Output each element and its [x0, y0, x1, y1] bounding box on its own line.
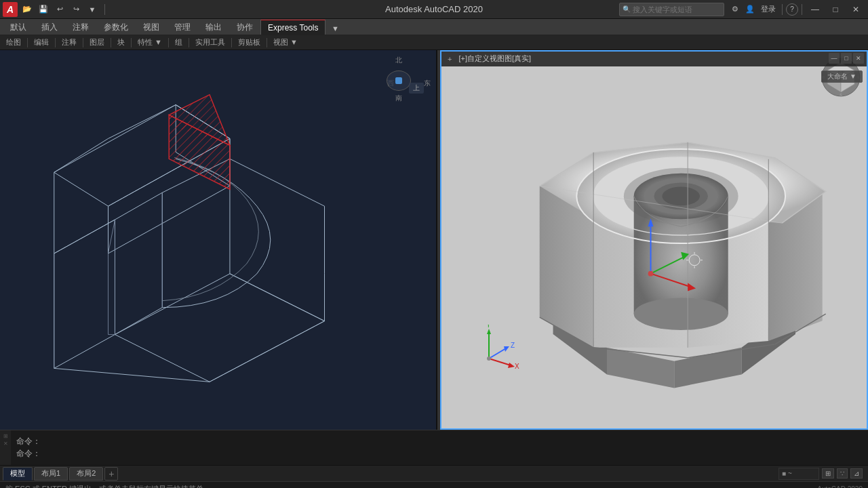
- cmd-icon[interactable]: ⊞: [3, 433, 8, 439]
- right-viewport-header: + [+]自定义视图图[真实] — □ ✕: [441, 52, 867, 66]
- compass-south: 南: [395, 94, 402, 103]
- svg-point-50: [662, 187, 700, 206]
- vp-close[interactable]: ✕: [853, 53, 864, 64]
- svg-line-28: [108, 220, 115, 253]
- search-input[interactable]: [633, 5, 721, 14]
- tab-insert[interactable]: 插入: [34, 20, 65, 35]
- cmd-close-icon[interactable]: ✕: [3, 441, 8, 447]
- viewport-name-button[interactable]: 大命名 ▼: [821, 70, 863, 83]
- account-icon[interactable]: 👤: [743, 3, 757, 16]
- tab-add-button[interactable]: +: [104, 467, 118, 481]
- left-viewport[interactable]: 北 南 东 西 上: [0, 50, 437, 430]
- vp-menu-plus[interactable]: +: [446, 54, 454, 64]
- cmd-line-1: 命令：: [16, 436, 863, 448]
- undo-button[interactable]: ↩: [53, 3, 66, 16]
- tool-view[interactable]: 视图 ▼: [270, 37, 301, 48]
- vp-minimize[interactable]: —: [829, 53, 840, 64]
- qb-dropdown[interactable]: ▼: [85, 3, 99, 16]
- tool-draw[interactable]: 绘图: [3, 37, 24, 48]
- ortho-toggle[interactable]: ⊿: [850, 468, 863, 479]
- tab-manage[interactable]: 管理: [167, 20, 198, 35]
- viewport-label-box: 上: [409, 83, 424, 94]
- search-bar[interactable]: 🔍: [619, 3, 724, 16]
- main-area: 北 南 东 西 上: [0, 50, 868, 430]
- svg-line-18: [54, 138, 108, 172]
- bottom-tabs-bar: 模型 布局1 布局2 + ■~ ⊞ ∵ ⊿: [0, 465, 868, 481]
- svg-line-19: [108, 105, 176, 139]
- status-right: AutoCAD 2020: [817, 485, 863, 488]
- tab-default[interactable]: 默认: [3, 20, 34, 35]
- redo-button[interactable]: ↪: [69, 3, 83, 16]
- ribbon-dropdown[interactable]: ▼: [328, 22, 342, 35]
- cmd-input[interactable]: [47, 449, 863, 460]
- tool-annotate[interactable]: 注释: [58, 37, 80, 48]
- ucs-right: Y Z X: [469, 325, 523, 374]
- help-icon[interactable]: ?: [786, 3, 798, 16]
- right-viewport[interactable]: + [+]自定义视图图[真实] — □ ✕ 大命名 ▼: [440, 50, 868, 430]
- svg-text:Y: Y: [486, 325, 491, 329]
- tab-layout1[interactable]: 布局1: [34, 467, 68, 481]
- close-button[interactable]: ✕: [846, 2, 865, 17]
- svg-marker-2: [54, 220, 115, 368]
- grid-toggle[interactable]: ⊞: [822, 468, 834, 479]
- title-bar: A 📂 💾 ↩ ↪ ▼ Autodesk AutoCAD 2020 🔍 ⚙ 👤 …: [0, 0, 868, 19]
- viewport-window-buttons: — □ ✕: [829, 53, 864, 64]
- snap-toggle[interactable]: ∵: [837, 468, 848, 479]
- tab-output[interactable]: 输出: [198, 20, 229, 35]
- vp-title: [+]自定义视图图[真实]: [456, 53, 533, 64]
- tab-collaborate[interactable]: 协作: [229, 20, 260, 35]
- svg-marker-85: [508, 363, 515, 368]
- vp-maximize[interactable]: □: [841, 53, 852, 64]
- status-hint: 按 ESC 或 ENTER 键退出，或者单击鼠标右键显示快捷菜单。: [5, 484, 211, 488]
- svg-line-11: [210, 321, 324, 382]
- tab-model[interactable]: 模型: [3, 467, 33, 481]
- tool-properties[interactable]: 特性 ▼: [134, 37, 165, 48]
- command-area: ⊞ ✕ 命令： 命令：: [0, 430, 868, 465]
- svg-line-81: [489, 348, 506, 359]
- tab-express-tools[interactable]: Express Tools: [260, 20, 326, 35]
- svg-marker-79: [487, 329, 491, 334]
- compass-north: 北: [395, 56, 402, 65]
- tool-block[interactable]: 块: [114, 37, 128, 48]
- status-icons: ■~ ⊞ ∵ ⊿: [778, 468, 863, 480]
- title-bar-left: A 📂 💾 ↩ ↪ ▼: [3, 2, 108, 17]
- tool-layer[interactable]: 图层: [86, 37, 108, 48]
- app-logo: A: [3, 2, 18, 17]
- svg-line-84: [489, 359, 511, 365]
- svg-line-9: [54, 220, 115, 253]
- maximize-button[interactable]: □: [826, 2, 845, 17]
- cmd-label-2: 命令：: [16, 448, 43, 460]
- cmd-label-1: 命令：: [16, 436, 43, 447]
- tab-annotate[interactable]: 注释: [65, 20, 96, 35]
- svg-marker-1: [115, 274, 324, 382]
- settings-icon[interactable]: ⚙: [728, 3, 742, 16]
- tool-utility[interactable]: 实用工具: [192, 37, 229, 48]
- status-bar: 按 ESC 或 ENTER 键退出，或者单击鼠标右键显示快捷菜单。 AutoCA…: [0, 481, 868, 488]
- compass: 北 南: [382, 56, 416, 103]
- tool-group[interactable]: 组: [172, 37, 186, 48]
- svg-point-87: [487, 357, 491, 361]
- tab-layout2[interactable]: 布局2: [69, 467, 103, 481]
- cmd-line-2: 命令：: [16, 448, 863, 460]
- ribbon-tabs: 默认 插入 注释 参数化 视图 管理 输出 协作 Express Tools ▼: [0, 19, 868, 35]
- cmd-content: 命令： 命令：: [11, 430, 868, 465]
- draw-tools-bar: 绘图 编辑 注释 图层 块 特性 ▼ 组 实用工具 剪贴板 视图 ▼: [0, 35, 868, 50]
- left-drawing-svg: [0, 50, 436, 430]
- search-icon: 🔍: [623, 5, 631, 13]
- open-button[interactable]: 📂: [20, 3, 34, 16]
- tool-edit[interactable]: 编辑: [31, 37, 52, 48]
- tab-parametric[interactable]: 参数化: [96, 20, 136, 35]
- compass-circle: [387, 70, 411, 91]
- svg-text:Z: Z: [511, 342, 515, 349]
- app-title: Autodesk AutoCAD 2020: [385, 4, 483, 14]
- svg-text:X: X: [515, 363, 519, 370]
- save-button[interactable]: 💾: [37, 3, 50, 16]
- tool-clipboard[interactable]: 剪贴板: [235, 37, 264, 48]
- svg-point-63: [648, 271, 654, 277]
- svg-point-46: [634, 298, 728, 330]
- tab-view[interactable]: 视图: [136, 20, 167, 35]
- title-bar-right: 🔍 ⚙ 👤 登录 ? — □ ✕: [619, 2, 865, 17]
- login-button[interactable]: 登录: [758, 3, 778, 16]
- minimize-button[interactable]: —: [806, 2, 825, 17]
- cmd-sidebar: ⊞ ✕: [0, 430, 11, 465]
